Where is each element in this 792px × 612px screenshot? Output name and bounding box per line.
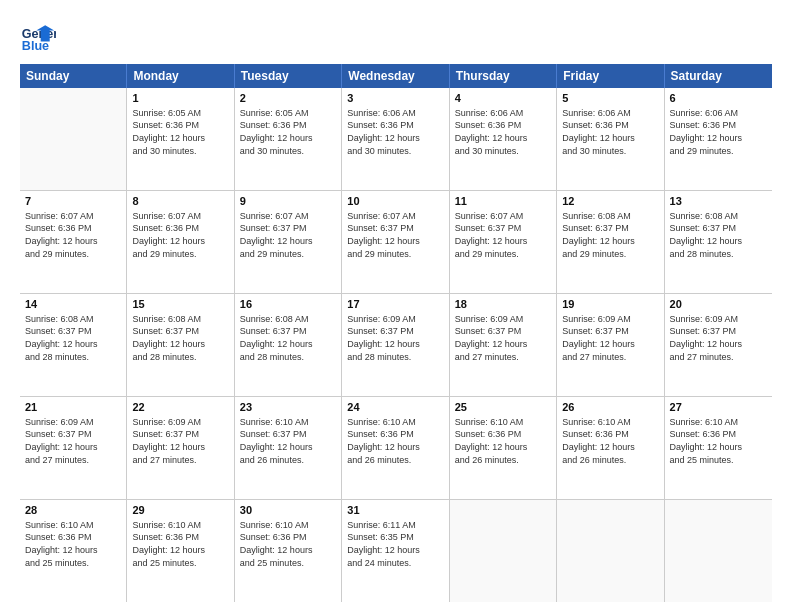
weekday-header-tuesday: Tuesday [235, 64, 342, 88]
day-info: Sunrise: 6:10 AM Sunset: 6:36 PM Dayligh… [562, 416, 658, 466]
day-info: Sunrise: 6:06 AM Sunset: 6:36 PM Dayligh… [670, 107, 767, 157]
day-info: Sunrise: 6:07 AM Sunset: 6:37 PM Dayligh… [455, 210, 551, 260]
calendar-week-3: 14Sunrise: 6:08 AM Sunset: 6:37 PM Dayli… [20, 294, 772, 397]
day-cell-20: 20Sunrise: 6:09 AM Sunset: 6:37 PM Dayli… [665, 294, 772, 396]
day-cell-25: 25Sunrise: 6:10 AM Sunset: 6:36 PM Dayli… [450, 397, 557, 499]
empty-cell [557, 500, 664, 602]
day-cell-1: 1Sunrise: 6:05 AM Sunset: 6:36 PM Daylig… [127, 88, 234, 190]
day-cell-8: 8Sunrise: 6:07 AM Sunset: 6:36 PM Daylig… [127, 191, 234, 293]
day-cell-23: 23Sunrise: 6:10 AM Sunset: 6:37 PM Dayli… [235, 397, 342, 499]
header: General Blue [20, 18, 772, 54]
day-number: 2 [240, 91, 336, 106]
day-cell-19: 19Sunrise: 6:09 AM Sunset: 6:37 PM Dayli… [557, 294, 664, 396]
day-number: 27 [670, 400, 767, 415]
day-cell-4: 4Sunrise: 6:06 AM Sunset: 6:36 PM Daylig… [450, 88, 557, 190]
day-cell-21: 21Sunrise: 6:09 AM Sunset: 6:37 PM Dayli… [20, 397, 127, 499]
day-number: 30 [240, 503, 336, 518]
day-number: 19 [562, 297, 658, 312]
calendar-header: SundayMondayTuesdayWednesdayThursdayFrid… [20, 64, 772, 88]
weekday-header-monday: Monday [127, 64, 234, 88]
day-cell-22: 22Sunrise: 6:09 AM Sunset: 6:37 PM Dayli… [127, 397, 234, 499]
calendar-week-4: 21Sunrise: 6:09 AM Sunset: 6:37 PM Dayli… [20, 397, 772, 500]
day-cell-14: 14Sunrise: 6:08 AM Sunset: 6:37 PM Dayli… [20, 294, 127, 396]
day-info: Sunrise: 6:08 AM Sunset: 6:37 PM Dayligh… [562, 210, 658, 260]
day-cell-27: 27Sunrise: 6:10 AM Sunset: 6:36 PM Dayli… [665, 397, 772, 499]
day-number: 23 [240, 400, 336, 415]
logo: General Blue [20, 18, 56, 54]
day-info: Sunrise: 6:08 AM Sunset: 6:37 PM Dayligh… [25, 313, 121, 363]
day-info: Sunrise: 6:07 AM Sunset: 6:37 PM Dayligh… [240, 210, 336, 260]
day-number: 18 [455, 297, 551, 312]
day-cell-31: 31Sunrise: 6:11 AM Sunset: 6:35 PM Dayli… [342, 500, 449, 602]
day-cell-7: 7Sunrise: 6:07 AM Sunset: 6:36 PM Daylig… [20, 191, 127, 293]
day-number: 29 [132, 503, 228, 518]
day-number: 10 [347, 194, 443, 209]
day-info: Sunrise: 6:08 AM Sunset: 6:37 PM Dayligh… [132, 313, 228, 363]
day-number: 28 [25, 503, 121, 518]
empty-cell [665, 500, 772, 602]
day-cell-18: 18Sunrise: 6:09 AM Sunset: 6:37 PM Dayli… [450, 294, 557, 396]
calendar-body: 1Sunrise: 6:05 AM Sunset: 6:36 PM Daylig… [20, 88, 772, 602]
day-info: Sunrise: 6:09 AM Sunset: 6:37 PM Dayligh… [670, 313, 767, 363]
day-number: 11 [455, 194, 551, 209]
day-number: 17 [347, 297, 443, 312]
day-info: Sunrise: 6:08 AM Sunset: 6:37 PM Dayligh… [670, 210, 767, 260]
day-cell-11: 11Sunrise: 6:07 AM Sunset: 6:37 PM Dayli… [450, 191, 557, 293]
day-number: 12 [562, 194, 658, 209]
day-info: Sunrise: 6:07 AM Sunset: 6:36 PM Dayligh… [132, 210, 228, 260]
day-cell-2: 2Sunrise: 6:05 AM Sunset: 6:36 PM Daylig… [235, 88, 342, 190]
day-info: Sunrise: 6:06 AM Sunset: 6:36 PM Dayligh… [562, 107, 658, 157]
day-cell-24: 24Sunrise: 6:10 AM Sunset: 6:36 PM Dayli… [342, 397, 449, 499]
day-number: 8 [132, 194, 228, 209]
day-cell-15: 15Sunrise: 6:08 AM Sunset: 6:37 PM Dayli… [127, 294, 234, 396]
day-cell-16: 16Sunrise: 6:08 AM Sunset: 6:37 PM Dayli… [235, 294, 342, 396]
day-number: 24 [347, 400, 443, 415]
day-cell-9: 9Sunrise: 6:07 AM Sunset: 6:37 PM Daylig… [235, 191, 342, 293]
day-info: Sunrise: 6:05 AM Sunset: 6:36 PM Dayligh… [240, 107, 336, 157]
day-number: 6 [670, 91, 767, 106]
day-info: Sunrise: 6:07 AM Sunset: 6:37 PM Dayligh… [347, 210, 443, 260]
day-info: Sunrise: 6:09 AM Sunset: 6:37 PM Dayligh… [25, 416, 121, 466]
day-number: 5 [562, 91, 658, 106]
day-cell-13: 13Sunrise: 6:08 AM Sunset: 6:37 PM Dayli… [665, 191, 772, 293]
day-number: 22 [132, 400, 228, 415]
day-number: 21 [25, 400, 121, 415]
day-info: Sunrise: 6:08 AM Sunset: 6:37 PM Dayligh… [240, 313, 336, 363]
calendar-week-5: 28Sunrise: 6:10 AM Sunset: 6:36 PM Dayli… [20, 500, 772, 602]
day-cell-12: 12Sunrise: 6:08 AM Sunset: 6:37 PM Dayli… [557, 191, 664, 293]
day-info: Sunrise: 6:06 AM Sunset: 6:36 PM Dayligh… [347, 107, 443, 157]
weekday-header-saturday: Saturday [665, 64, 772, 88]
day-info: Sunrise: 6:10 AM Sunset: 6:37 PM Dayligh… [240, 416, 336, 466]
day-cell-10: 10Sunrise: 6:07 AM Sunset: 6:37 PM Dayli… [342, 191, 449, 293]
day-number: 1 [132, 91, 228, 106]
day-info: Sunrise: 6:10 AM Sunset: 6:36 PM Dayligh… [455, 416, 551, 466]
calendar-week-1: 1Sunrise: 6:05 AM Sunset: 6:36 PM Daylig… [20, 88, 772, 191]
logo-icon: General Blue [20, 18, 56, 54]
day-info: Sunrise: 6:09 AM Sunset: 6:37 PM Dayligh… [562, 313, 658, 363]
day-info: Sunrise: 6:10 AM Sunset: 6:36 PM Dayligh… [240, 519, 336, 569]
weekday-header-wednesday: Wednesday [342, 64, 449, 88]
day-cell-28: 28Sunrise: 6:10 AM Sunset: 6:36 PM Dayli… [20, 500, 127, 602]
day-number: 13 [670, 194, 767, 209]
day-info: Sunrise: 6:07 AM Sunset: 6:36 PM Dayligh… [25, 210, 121, 260]
day-number: 15 [132, 297, 228, 312]
day-info: Sunrise: 6:10 AM Sunset: 6:36 PM Dayligh… [670, 416, 767, 466]
day-cell-6: 6Sunrise: 6:06 AM Sunset: 6:36 PM Daylig… [665, 88, 772, 190]
day-cell-29: 29Sunrise: 6:10 AM Sunset: 6:36 PM Dayli… [127, 500, 234, 602]
svg-text:Blue: Blue [22, 39, 49, 53]
day-number: 4 [455, 91, 551, 106]
day-info: Sunrise: 6:09 AM Sunset: 6:37 PM Dayligh… [455, 313, 551, 363]
calendar-week-2: 7Sunrise: 6:07 AM Sunset: 6:36 PM Daylig… [20, 191, 772, 294]
weekday-header-thursday: Thursday [450, 64, 557, 88]
day-number: 7 [25, 194, 121, 209]
day-info: Sunrise: 6:10 AM Sunset: 6:36 PM Dayligh… [25, 519, 121, 569]
day-number: 16 [240, 297, 336, 312]
weekday-header-friday: Friday [557, 64, 664, 88]
day-cell-3: 3Sunrise: 6:06 AM Sunset: 6:36 PM Daylig… [342, 88, 449, 190]
empty-cell [450, 500, 557, 602]
weekday-header-sunday: Sunday [20, 64, 127, 88]
day-number: 14 [25, 297, 121, 312]
day-cell-5: 5Sunrise: 6:06 AM Sunset: 6:36 PM Daylig… [557, 88, 664, 190]
day-cell-17: 17Sunrise: 6:09 AM Sunset: 6:37 PM Dayli… [342, 294, 449, 396]
day-number: 31 [347, 503, 443, 518]
